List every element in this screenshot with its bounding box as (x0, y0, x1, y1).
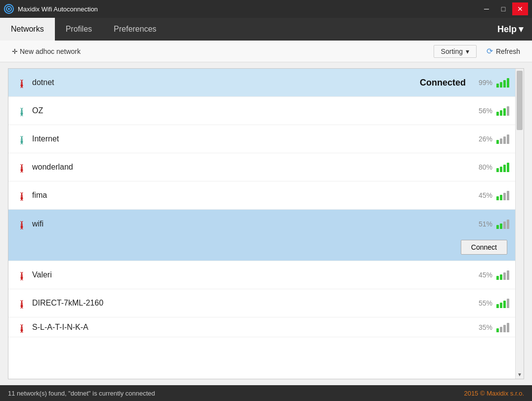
help-arrow-icon: ▾ (519, 24, 523, 35)
signal-bars (496, 78, 509, 88)
network-name: Valeri (29, 270, 474, 279)
wifi-signal-icon: ( ( (14, 134, 29, 144)
network-row[interactable]: ( ( wonderland 80% (8, 153, 515, 181)
signal-bars (496, 134, 509, 144)
tab-preferences[interactable]: Preferences (103, 18, 167, 41)
tab-profiles[interactable]: Profiles (55, 18, 103, 41)
svg-point-26 (21, 305, 23, 308)
signal-percent: 99% (474, 79, 492, 87)
status-right: 2015 © Maxidix s.r.o. (464, 390, 524, 397)
signal-percent: 56% (474, 107, 492, 115)
svg-point-29 (21, 329, 23, 331)
close-button[interactable]: ✕ (512, 2, 528, 15)
connected-label: Connected (420, 78, 466, 88)
network-name: Internet (29, 134, 474, 143)
signal-bars (496, 219, 509, 229)
row-main: ( ( wifi 51% (14, 210, 509, 238)
svg-point-14 (21, 169, 23, 172)
network-row[interactable]: ( ( fima 45% (8, 181, 515, 210)
network-row[interactable]: ( ( Internet 26% (8, 125, 515, 153)
network-row[interactable]: ( ( S-L-A-T-I-N-K-A 35% (8, 317, 515, 337)
scrollbar-track[interactable]: ▲ ▼ (515, 69, 524, 379)
signal-bars (496, 190, 509, 200)
new-adhoc-label: New adhoc network (20, 47, 81, 55)
connect-button[interactable]: Connect (461, 240, 507, 255)
refresh-label: Refresh (496, 47, 520, 55)
sorting-label: Sorting (441, 47, 463, 55)
wifi-signal-icon: ( ( (14, 105, 29, 116)
signal-bars (496, 298, 509, 308)
window-title: Maxidix Wifi Autoconnection (18, 5, 98, 13)
network-list-scroll[interactable]: ( ( dotnet Connected 99% (8, 69, 515, 379)
row-main: ( ( Valeri 45% (14, 261, 509, 289)
network-name: DIRECT-7kML-2160 (29, 299, 474, 308)
network-name: wonderland (29, 163, 474, 172)
wifi-signal-icon: ( ( (14, 269, 29, 280)
signal-percent: 80% (474, 163, 492, 171)
svg-point-20 (21, 225, 23, 228)
network-row[interactable]: ( ( OZ 56% (8, 97, 515, 125)
title-bar: Maxidix Wifi Autoconnection ─ □ ✕ (0, 0, 532, 18)
row-main: ( ( fima 45% (14, 181, 509, 210)
help-button[interactable]: Help ▾ (492, 22, 528, 37)
signal-bars (496, 106, 509, 116)
wifi-signal-icon: ( ( (14, 298, 29, 309)
row-main: ( ( S-L-A-T-I-N-K-A 35% (14, 313, 509, 341)
network-name: fima (29, 191, 474, 200)
wifi-signal-icon: ( ( (14, 77, 29, 88)
toolbar-right: Sorting ▾ ⟳ Refresh (434, 45, 524, 58)
signal-percent: 55% (474, 299, 492, 307)
status-text: 11 network(s) found, "dotnet" is current… (8, 390, 155, 397)
app-icon (4, 4, 14, 14)
network-list-container: ( ( dotnet Connected 99% (8, 68, 524, 379)
new-adhoc-button[interactable]: ✛ New adhoc network (8, 45, 85, 57)
network-row[interactable]: ( ( dotnet Connected 99% (8, 69, 515, 97)
svg-point-5 (21, 85, 23, 87)
svg-point-11 (21, 141, 23, 143)
network-row-selected[interactable]: ( ( wifi 51% Connect (8, 210, 515, 261)
network-name: dotnet (29, 78, 420, 87)
scrollbar-arrow-down[interactable]: ▼ (516, 370, 524, 379)
signal-percent: 35% (474, 323, 492, 331)
menu-right: Help ▾ (492, 22, 532, 37)
refresh-button[interactable]: ⟳ Refresh (483, 45, 524, 58)
title-bar-left: Maxidix Wifi Autoconnection (4, 4, 98, 14)
scrollbar-thumb[interactable] (517, 71, 523, 130)
row-main: ( ( OZ 56% (14, 97, 509, 125)
sorting-button[interactable]: Sorting ▾ (434, 45, 477, 58)
network-name: OZ (29, 106, 474, 115)
signal-percent: 45% (474, 191, 492, 199)
signal-percent: 45% (474, 271, 492, 279)
help-label: Help (497, 24, 517, 35)
signal-bars (496, 322, 509, 332)
wifi-signal-icon: ( ( (14, 322, 29, 333)
row-main: ( ( Internet 26% (14, 125, 509, 153)
wifi-signal-icon: ( ( (14, 162, 29, 173)
toolbar-left: ✛ New adhoc network (8, 45, 85, 57)
tab-networks[interactable]: Networks (0, 18, 55, 41)
network-list-area: ( ( dotnet Connected 99% (0, 62, 532, 385)
signal-bars (496, 270, 509, 280)
window-controls: ─ □ ✕ (479, 2, 528, 15)
svg-point-8 (21, 113, 23, 115)
minimize-button[interactable]: ─ (479, 2, 494, 15)
signal-percent: 51% (474, 220, 492, 228)
svg-point-17 (21, 197, 23, 200)
svg-point-23 (21, 277, 23, 279)
plus-icon: ✛ (12, 47, 18, 55)
network-name: wifi (29, 220, 474, 228)
svg-point-2 (8, 8, 10, 10)
row-actions: Connect (14, 238, 509, 255)
signal-percent: 26% (474, 135, 492, 143)
wifi-signal-icon: ( ( (14, 190, 29, 201)
row-main: ( ( dotnet Connected 99% (14, 69, 509, 97)
menu-bar: Networks Profiles Preferences Help ▾ (0, 18, 532, 41)
toolbar: ✛ New adhoc network Sorting ▾ ⟳ Refresh (0, 41, 532, 62)
status-bar: 11 network(s) found, "dotnet" is current… (0, 385, 532, 401)
refresh-icon: ⟳ (487, 46, 493, 56)
maximize-button[interactable]: □ (495, 2, 511, 15)
network-name: S-L-A-T-I-N-K-A (29, 323, 474, 332)
network-row[interactable]: ( ( Valeri 45% (8, 261, 515, 289)
sorting-arrow-icon: ▾ (466, 47, 469, 55)
row-main: ( ( wonderland 80% (14, 153, 509, 181)
